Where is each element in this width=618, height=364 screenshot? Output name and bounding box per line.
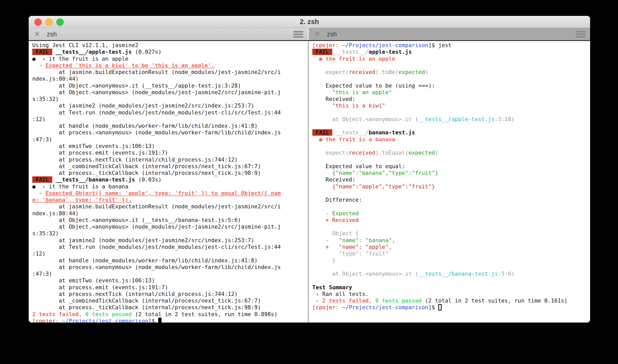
text-segment: Received: bbox=[312, 96, 355, 102]
text-segment: 2 tests failed, bbox=[32, 311, 82, 317]
terminal-line: at process.emit (events.js:191:7) bbox=[32, 284, 308, 291]
terminal-line: at Test.run (node_modules/jest/node_modu… bbox=[32, 109, 308, 116]
text-segment: ~/Projects/jest-comparison bbox=[62, 318, 148, 323]
terminal-line: at Object.<anonymous> (node_modules/jest… bbox=[32, 89, 308, 96]
terminal-line: "this is an apple" bbox=[312, 89, 590, 96]
text-segment: › Ran all tests. bbox=[312, 291, 369, 297]
terminal-line: at process.nextTick (internal/child_proc… bbox=[32, 156, 308, 163]
fail-badge: FAIL bbox=[32, 176, 52, 183]
text-segment: [cpojer: bbox=[312, 304, 339, 311]
text-segment: at process.<anonymous> (node_modules/wor… bbox=[32, 129, 281, 136]
text-segment: expect( bbox=[326, 149, 349, 156]
fail-badge: FAIL bbox=[312, 129, 332, 136]
text-segment: Difference: bbox=[312, 197, 362, 203]
left-terminal-pane[interactable]: Using Jest CLI v12.1.1, jasmine2 FAIL __… bbox=[29, 41, 308, 323]
text-segment: (0.027s) bbox=[132, 49, 162, 55]
terminal-line: - "name": "banana", bbox=[312, 237, 590, 244]
text-segment: ndex.js:80:44) bbox=[32, 76, 79, 82]
text-segment bbox=[312, 69, 326, 75]
text-segment: ]$ jest bbox=[428, 42, 452, 48]
text-segment: at process.nextTick (internal/child_proc… bbox=[32, 156, 238, 163]
terminal-line: at handle (node_modules/worker-farm/lib/… bbox=[32, 123, 308, 129]
text-segment: [cpojer: bbox=[312, 42, 339, 48]
close-tab-icon[interactable]: ✕ bbox=[34, 30, 40, 38]
text-segment: + "name": "apple", bbox=[312, 244, 392, 250]
text-segment bbox=[52, 49, 56, 55]
terminal-line: e: 'banana', type: 'fruit' }). bbox=[32, 197, 308, 203]
terminal-line bbox=[312, 223, 590, 230]
text-segment: :3:28) bbox=[495, 116, 515, 122]
right-terminal-output: [cpojer: ~/Projects/jest-comparison]$ je… bbox=[312, 42, 590, 311]
tab-left-zsh[interactable]: ✕ zsh bbox=[29, 28, 308, 40]
text-segment: apple-test.js bbox=[369, 49, 412, 55]
text-segment: at jasmine.buildExpectationResult (node_… bbox=[32, 203, 281, 210]
text-segment: ndex.js:80:44) bbox=[32, 210, 79, 217]
terminal-line: › Ran all tests. bbox=[312, 291, 590, 297]
terminal-line: at process.<anonymous> (node_modules/wor… bbox=[32, 129, 308, 136]
text-segment: ) bbox=[435, 149, 438, 156]
terminal-line: [cpojer: ~/Projects/jest-comparison]$ je… bbox=[312, 42, 590, 49]
text-segment bbox=[52, 176, 56, 183]
text-segment bbox=[339, 304, 342, 311]
terminal-line bbox=[312, 264, 590, 271]
hamburger-menu-icon[interactable] bbox=[293, 31, 303, 38]
text-segment: at jasmine2 (node_modules/jest-jasmine2/… bbox=[32, 102, 254, 109]
text-segment: at emitTwo (events.js:106:13) bbox=[32, 143, 155, 149]
close-tab-icon[interactable]: ✕ bbox=[314, 30, 320, 38]
tab-label: zsh bbox=[327, 30, 337, 38]
inactive-cursor bbox=[438, 304, 442, 311]
terminal-line: "this is a kiwi" bbox=[312, 102, 590, 109]
text-segment: at jasmine.buildExpectationResult (node_… bbox=[32, 69, 281, 75]
text-segment: at _combinedTickCallback (internal/proce… bbox=[32, 297, 261, 304]
tab-right-zsh[interactable]: ✕ zsh bbox=[309, 28, 590, 40]
text-segment: __tests__/ bbox=[336, 129, 369, 136]
terminal-line: at process.nextTick (internal/child_proc… bbox=[32, 291, 308, 297]
text-segment: s:35:32) bbox=[32, 230, 59, 237]
terminal-line: at emitTwo (events.js:106:13) bbox=[32, 277, 308, 284]
terminal-line: ndex.js:80:44) bbox=[32, 76, 308, 82]
text-segment: :12) bbox=[32, 250, 46, 257]
hamburger-menu-icon[interactable] bbox=[576, 31, 585, 38]
text-segment: "this is an apple" bbox=[312, 89, 392, 95]
text-segment: at Object.<anonymous> (node_modules/jest… bbox=[32, 89, 281, 95]
terminal-line: at process._tickCallback (internal/proce… bbox=[32, 304, 308, 311]
fail-badge: FAIL bbox=[312, 49, 332, 55]
text-segment: ).toBe( bbox=[375, 69, 399, 75]
text-segment: ~/Projects/jest-comparison bbox=[342, 42, 429, 48]
text-segment: 0 tests passed bbox=[375, 297, 422, 304]
terminal-line: at Object.<anonymous>.it (__tests__/appl… bbox=[312, 116, 590, 123]
right-terminal-pane[interactable]: [cpojer: ~/Projects/jest-comparison]$ je… bbox=[309, 41, 590, 323]
text-segment: - "name": "banana", bbox=[312, 237, 395, 243]
text-segment: at Test.run (node_modules/jest/node_modu… bbox=[32, 244, 281, 250]
text-segment: at process._tickCallback (internal/proce… bbox=[32, 170, 261, 176]
terminal-line: + "name": "apple", bbox=[312, 244, 590, 250]
text-segment: ● › it the fruit is a banana bbox=[32, 183, 128, 190]
text-segment: ) bbox=[425, 69, 428, 75]
terminal-line: FAIL __tests__/banana-test.js (0.03s) bbox=[32, 176, 308, 183]
terminal-line: Object { bbox=[312, 230, 590, 237]
terminal-line bbox=[312, 156, 590, 163]
terminal-line: ● the fruit is an apple bbox=[312, 56, 590, 62]
terminal-line: at Test.run (node_modules/jest/node_modu… bbox=[32, 244, 308, 250]
terminal-content: Using Jest CLI v12.1.1, jasmine2 FAIL __… bbox=[29, 41, 590, 323]
terminal-line: at jasmine2 (node_modules/jest-jasmine2/… bbox=[32, 237, 308, 244]
text-segment: at process.emit (events.js:191:7) bbox=[32, 284, 168, 291]
text-segment: received bbox=[349, 149, 375, 156]
terminal-line: Expected value to be (using ===): bbox=[312, 82, 590, 89]
text-segment: at Object.<anonymous>.it (__tests__/appl… bbox=[32, 82, 241, 89]
terminal-line: Using Jest CLI v12.1.1, jasmine2 bbox=[32, 42, 308, 49]
terminal-line: at emitTwo (events.js:106:13) bbox=[32, 143, 308, 149]
text-segment: ● bbox=[312, 56, 326, 62]
text-segment bbox=[59, 318, 62, 323]
terminal-line bbox=[312, 123, 590, 129]
text-segment: at Object.<anonymous> (node_modules/jest… bbox=[32, 223, 281, 230]
text-segment: the fruit is an apple bbox=[326, 56, 395, 62]
text-segment: __tests__/banana-test.js bbox=[418, 271, 498, 277]
text-segment: at _combinedTickCallback (internal/proce… bbox=[32, 163, 261, 169]
text-segment bbox=[372, 297, 375, 304]
text-segment: Expected value to equal: bbox=[312, 163, 405, 169]
text-segment: __tests__/ bbox=[336, 49, 369, 55]
text-segment bbox=[312, 297, 316, 304]
terminal-line: :47:3) bbox=[32, 271, 308, 277]
titlebar[interactable]: 2. zsh bbox=[29, 16, 590, 28]
